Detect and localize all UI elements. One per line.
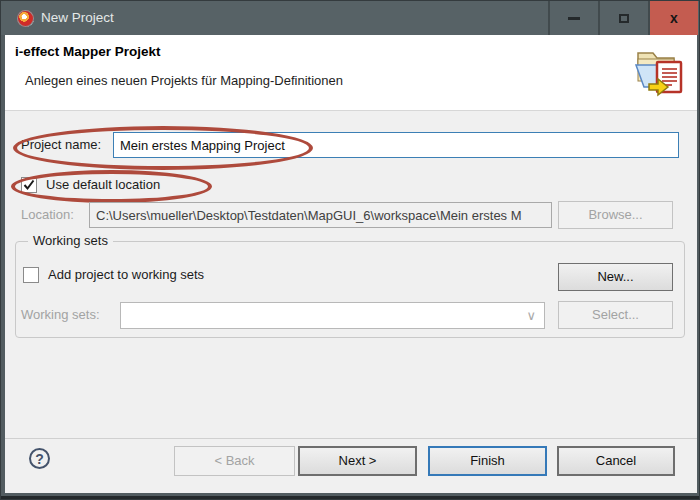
close-icon: x <box>670 11 678 25</box>
add-to-working-sets-label: Add project to working sets <box>48 266 204 284</box>
working-sets-combo[interactable]: ∨ <box>120 302 545 329</box>
help-icon[interactable]: ? <box>29 448 50 469</box>
project-name-input[interactable] <box>113 132 679 158</box>
working-sets-group-label: Working sets <box>28 233 113 248</box>
chevron-down-icon: ∨ <box>526 308 536 323</box>
wizard-header: i-effect Mapper Projekt Anlegen eines ne… <box>5 35 697 111</box>
use-default-location-checkbox[interactable] <box>21 177 37 193</box>
location-label: Location: <box>21 202 74 228</box>
select-working-set-button: Select... <box>558 301 673 329</box>
finish-button[interactable]: Finish <box>428 446 547 476</box>
window-controls: x <box>548 1 698 35</box>
working-sets-label: Working sets: <box>21 302 100 328</box>
minimize-button[interactable] <box>548 1 598 35</box>
titlebar[interactable]: New Project x <box>1 1 700 35</box>
check-icon <box>23 179 35 191</box>
use-default-location-label: Use default location <box>46 176 160 194</box>
cancel-button[interactable]: Cancel <box>557 446 675 476</box>
project-name-label: Project name: <box>21 132 101 158</box>
i-effect-app-icon <box>17 10 34 27</box>
wizard-title: i-effect Mapper Projekt <box>15 44 161 59</box>
next-button[interactable]: Next > <box>298 446 417 476</box>
dialog-client-area: i-effect Mapper Projekt Anlegen eines ne… <box>5 35 697 493</box>
browse-button: Browse... <box>558 201 673 229</box>
new-working-set-button[interactable]: New... <box>558 263 673 291</box>
mapper-project-wizard-icon <box>635 45 689 103</box>
back-button: < Back <box>174 446 295 476</box>
maximize-icon <box>619 14 629 23</box>
add-to-working-sets-checkbox[interactable] <box>23 267 39 283</box>
window-title: New Project <box>41 1 114 35</box>
window-bottom-edge <box>1 496 699 499</box>
new-project-dialog: New Project x i-effect Mapper Projekt An… <box>0 0 700 500</box>
location-input <box>89 202 552 228</box>
footer-separator <box>5 438 697 439</box>
wizard-subtitle: Anlegen eines neuen Projekts für Mapping… <box>25 73 343 88</box>
maximize-button[interactable] <box>598 1 648 35</box>
close-button[interactable]: x <box>648 1 698 35</box>
minimize-icon <box>568 17 580 20</box>
